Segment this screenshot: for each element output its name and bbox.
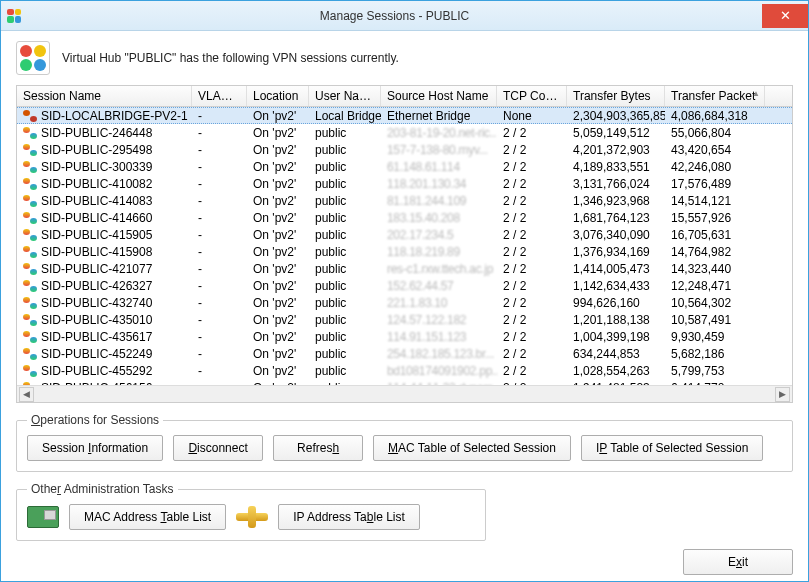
transfer-packets: 5,682,186 (665, 347, 765, 361)
transfer-bytes: 4,201,372,903 (567, 143, 665, 157)
refresh-button[interactable]: Refresh (273, 435, 363, 461)
source-host: 61.148.61.114 (381, 160, 497, 174)
session-name: SID-PUBLIC-295498 (41, 143, 152, 157)
location: On 'pv2' (247, 313, 309, 327)
transfer-bytes: 1,681,764,123 (567, 211, 665, 225)
source-host: 124.57.122.182 (381, 313, 497, 327)
col-vlan-id[interactable]: VLAN ID (192, 86, 247, 106)
horizontal-scrollbar[interactable]: ◀ ▶ (17, 385, 792, 402)
scroll-left-icon[interactable]: ◀ (19, 387, 34, 402)
session-icon (23, 382, 37, 386)
table-row[interactable]: SID-PUBLIC-421077-On 'pv2'publicres-c1.r… (17, 260, 792, 277)
table-header-row: Session Name VLAN ID Location User Name … (17, 86, 792, 107)
location: On 'pv2' (247, 364, 309, 378)
session-information-button[interactable]: Session Information (27, 435, 163, 461)
ip-table-selected-button[interactable]: IP Table of Selected Session (581, 435, 763, 461)
transfer-bytes: 634,244,853 (567, 347, 665, 361)
session-name: SID-PUBLIC-421077 (41, 262, 152, 276)
source-host: 157-7-138-80.myv... (381, 143, 497, 157)
session-icon (23, 110, 37, 122)
source-host: 118.201.130.34 (381, 177, 497, 191)
mac-address-table-list-button[interactable]: MAC Address Table List (69, 504, 226, 530)
col-user-name[interactable]: User Name (309, 86, 381, 106)
vlan-id: - (192, 313, 247, 327)
source-host: 118.18.219.89 (381, 245, 497, 259)
user-name: public (309, 228, 381, 242)
sessions-table[interactable]: Session Name VLAN ID Location User Name … (16, 85, 793, 403)
table-row[interactable]: SID-PUBLIC-410082-On 'pv2'public118.201.… (17, 175, 792, 192)
close-button[interactable]: ✕ (762, 4, 808, 28)
tcp-conn: 2 / 2 (497, 313, 567, 327)
location: On 'pv2' (247, 109, 309, 123)
session-name: SID-PUBLIC-410082 (41, 177, 152, 191)
exit-button[interactable]: Exit (683, 549, 793, 575)
tcp-conn: 2 / 2 (497, 296, 567, 310)
vlan-id: - (192, 347, 247, 361)
source-host: 254.182.185.123.br... (381, 347, 497, 361)
session-name: SID-PUBLIC-455292 (41, 364, 152, 378)
table-row[interactable]: SID-LOCALBRIDGE-PV2-1-On 'pv2'Local Brid… (17, 107, 792, 124)
table-row[interactable]: SID-PUBLIC-452249-On 'pv2'public254.182.… (17, 345, 792, 362)
vlan-id: - (192, 194, 247, 208)
source-host: 203-81-19-20.net-ric... (381, 126, 497, 140)
col-tcp-conn[interactable]: TCP Conn... (497, 86, 567, 106)
session-icon (23, 127, 37, 139)
table-row[interactable]: SID-PUBLIC-435010-On 'pv2'public124.57.1… (17, 311, 792, 328)
user-name: public (309, 262, 381, 276)
location: On 'pv2' (247, 211, 309, 225)
other-admin-legend: Other Administration Tasks (27, 482, 178, 496)
session-icon (23, 161, 37, 173)
table-row[interactable]: SID-PUBLIC-435617-On 'pv2'public114.91.1… (17, 328, 792, 345)
table-row[interactable]: SID-PUBLIC-432740-On 'pv2'public221.1.83… (17, 294, 792, 311)
col-source-host[interactable]: Source Host Name (381, 86, 497, 106)
app-icon (1, 1, 27, 31)
session-icon (23, 365, 37, 377)
table-row[interactable]: SID-PUBLIC-300339-On 'pv2'public61.148.6… (17, 158, 792, 175)
transfer-packets: 55,066,804 (665, 126, 765, 140)
ip-address-table-list-button[interactable]: IP Address Table List (278, 504, 420, 530)
table-row[interactable]: SID-PUBLIC-414083-On 'pv2'public81.181.2… (17, 192, 792, 209)
user-name: Local Bridge (309, 109, 381, 123)
col-transfer-bytes[interactable]: Transfer Bytes (567, 86, 665, 106)
session-name: SID-PUBLIC-435010 (41, 313, 152, 327)
source-host: 81.181.244.109 (381, 194, 497, 208)
vlan-id: - (192, 177, 247, 191)
transfer-bytes: 1,414,005,473 (567, 262, 665, 276)
table-row[interactable]: SID-PUBLIC-426327-On 'pv2'public152.62.4… (17, 277, 792, 294)
nic-card-icon (27, 506, 59, 528)
location: On 'pv2' (247, 143, 309, 157)
col-session-name[interactable]: Session Name (17, 86, 192, 106)
transfer-packets: 9,930,459 (665, 330, 765, 344)
scroll-right-icon[interactable]: ▶ (775, 387, 790, 402)
col-location[interactable]: Location (247, 86, 309, 106)
user-name: public (309, 279, 381, 293)
tcp-conn: 2 / 2 (497, 262, 567, 276)
col-transfer-packets[interactable]: Transfer Packet▲ (665, 86, 765, 106)
table-row[interactable]: SID-PUBLIC-246448-On 'pv2'public203-81-1… (17, 124, 792, 141)
vlan-id: - (192, 245, 247, 259)
table-row[interactable]: SID-PUBLIC-295498-On 'pv2'public157-7-13… (17, 141, 792, 158)
session-icon (23, 297, 37, 309)
session-name: SID-PUBLIC-415905 (41, 228, 152, 242)
location: On 'pv2' (247, 296, 309, 310)
vlan-id: - (192, 160, 247, 174)
window-title: Manage Sessions - PUBLIC (27, 9, 762, 23)
session-icon (23, 280, 37, 292)
source-host: 221.1.83.10 (381, 296, 497, 310)
vlan-id: - (192, 126, 247, 140)
table-row[interactable]: SID-PUBLIC-414660-On 'pv2'public183.15.4… (17, 209, 792, 226)
mac-table-selected-button[interactable]: MAC Table of Selected Session (373, 435, 571, 461)
table-row[interactable]: SID-PUBLIC-415905-On 'pv2'public202.17.2… (17, 226, 792, 243)
vlan-id: - (192, 109, 247, 123)
transfer-bytes: 1,201,188,138 (567, 313, 665, 327)
table-row[interactable]: SID-PUBLIC-455292-On 'pv2'publicbd108174… (17, 362, 792, 379)
disconnect-button[interactable]: Disconnect (173, 435, 263, 461)
location: On 'pv2' (247, 228, 309, 242)
location: On 'pv2' (247, 194, 309, 208)
source-host: bd108174091902.pp... (381, 364, 497, 378)
table-row[interactable]: SID-PUBLIC-415908-On 'pv2'public118.18.2… (17, 243, 792, 260)
transfer-packets: 14,514,121 (665, 194, 765, 208)
location: On 'pv2' (247, 126, 309, 140)
tcp-conn: 2 / 2 (497, 160, 567, 174)
user-name: public (309, 143, 381, 157)
